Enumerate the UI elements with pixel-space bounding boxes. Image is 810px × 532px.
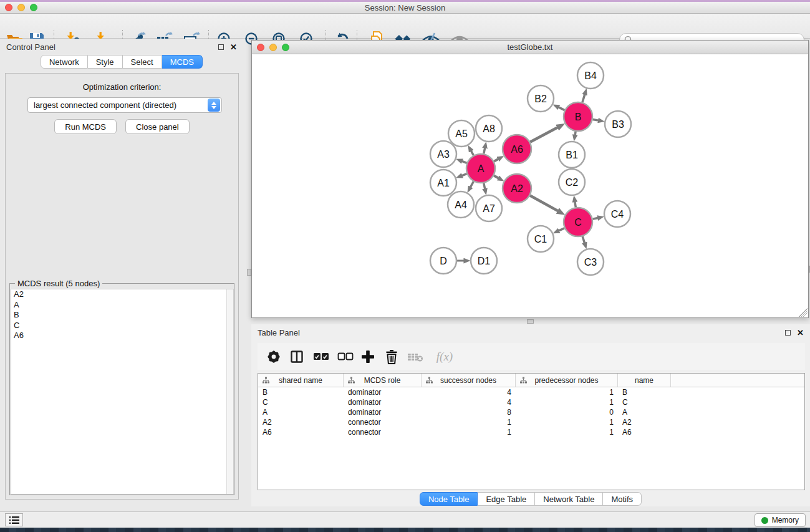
node-C4[interactable]: C4 [604,201,630,227]
network-canvas[interactable]: B4B2BB3B1C2A5A8A6A3AA1A2A4A7CC4C1C3DD1 [252,54,808,317]
edge-A-A1[interactable] [462,174,467,176]
node-C3[interactable]: C3 [577,249,604,275]
node-C[interactable]: C [564,208,592,236]
node-A1[interactable]: A1 [430,170,456,196]
minimize-view-button[interactable] [269,44,277,51]
table-tab-motifs[interactable]: Motifs [603,492,642,506]
node-A5[interactable]: A5 [448,120,475,147]
column-header-shared-name[interactable]: shared name [258,374,344,387]
table-row[interactable]: A2connector11A2 [258,417,804,427]
float-panel-icon[interactable] [218,44,224,50]
edge-A-A6[interactable] [494,159,498,162]
show-columns-button[interactable] [288,348,306,365]
node-A4[interactable]: A4 [448,191,474,218]
edge-A-A7[interactable] [484,183,485,189]
node-A6[interactable]: A6 [503,135,531,163]
table-cell[interactable]: A6 [618,427,671,437]
table-cell[interactable]: A2 [258,417,344,427]
node-A[interactable]: A [466,154,495,183]
table-cell[interactable]: dominator [344,397,422,407]
node-B3[interactable]: B3 [605,111,631,137]
column-header-successor-nodes[interactable]: successor nodes [422,374,516,387]
scrollbar-track[interactable] [226,289,233,494]
table-cell[interactable]: 1 [516,427,618,437]
delete-column-button[interactable] [407,348,424,365]
float-table-panel-icon[interactable] [785,330,791,336]
table-cell[interactable]: 1 [422,427,516,437]
table-cell[interactable]: A [258,407,344,417]
criterion-dropdown[interactable]: largest connected component (directed) [27,97,222,113]
node-B4[interactable]: B4 [577,62,604,89]
mcds-result-item[interactable]: A6 [11,331,233,341]
select-all-button[interactable] [312,348,330,365]
tab-style[interactable]: Style [88,55,123,69]
table-cell[interactable]: B [258,387,344,397]
close-window-button[interactable] [5,4,12,11]
deselect-all-button[interactable] [337,348,354,365]
table-cell[interactable]: 1 [422,417,516,427]
network-window-titlebar[interactable]: testGlobe.txt [252,41,808,54]
node-C1[interactable]: C1 [528,226,554,252]
edge-A-A8[interactable] [484,148,485,153]
column-header-predecessor-nodes[interactable]: predecessor nodes [516,374,618,387]
table-cell[interactable]: C [618,397,671,407]
edge-C-C2[interactable] [575,202,576,208]
edge-B-B2[interactable] [559,107,565,110]
node-C2[interactable]: C2 [559,169,585,195]
table-cell[interactable]: 1 [516,397,618,407]
mcds-result-item[interactable]: A2 [11,289,233,300]
column-header-MCDS-role[interactable]: MCDS role [344,374,422,387]
minimize-window-button[interactable] [17,4,25,11]
node-table[interactable]: shared nameMCDS rolesuccessor nodesprede… [258,373,805,490]
tab-mcds[interactable]: MCDS [162,55,203,69]
close-table-panel-icon[interactable]: ✕ [797,329,804,337]
vertical-split-handle[interactable] [247,269,251,276]
edge-A-A5[interactable] [471,151,473,155]
resize-grip-icon[interactable] [799,308,808,317]
edge-C-C4[interactable] [593,218,598,219]
edge-A-A3[interactable] [462,161,467,163]
node-A7[interactable]: A7 [476,195,502,221]
close-panel-icon[interactable]: ✕ [230,43,237,51]
add-row-button[interactable] [359,348,377,365]
tab-select[interactable]: Select [123,55,162,69]
table-row[interactable]: Adominator80A [258,407,804,417]
table-tab-node-table[interactable]: Node Table [420,492,478,506]
tab-network[interactable]: Network [41,55,88,69]
table-cell[interactable]: connector [344,427,422,437]
zoom-window-button[interactable] [30,4,37,11]
node-A3[interactable]: A3 [430,141,456,167]
mcds-result-list[interactable]: A2ABCA6 [11,289,234,495]
close-panel-button[interactable]: Close panel [125,119,190,134]
column-header-name[interactable]: name [618,374,671,387]
function-builder-button[interactable]: f(x) [432,348,457,365]
node-B1[interactable]: B1 [559,142,585,168]
table-cell[interactable]: connector [344,417,422,427]
table-tab-network-table[interactable]: Network Table [535,492,603,506]
table-cell[interactable]: C [258,397,344,407]
task-history-button[interactable] [5,513,23,526]
close-view-button[interactable] [257,44,264,51]
table-cell[interactable]: A2 [618,417,671,427]
table-row[interactable]: Bdominator41B [258,387,804,397]
run-mcds-button[interactable]: Run MCDS [54,119,117,134]
edge-C-C1[interactable] [559,228,564,231]
table-cell[interactable]: 1 [516,387,618,397]
table-row[interactable]: A6connector11A6 [258,427,804,437]
mcds-result-item[interactable]: A [11,300,233,311]
node-B[interactable]: B [564,102,592,131]
edge-C-C3[interactable] [582,236,584,243]
table-cell[interactable]: A [618,407,671,417]
horizontal-split-handle[interactable] [527,319,534,324]
table-cell[interactable]: dominator [344,387,422,397]
mcds-result-item[interactable]: C [11,321,233,331]
table-cell[interactable]: 8 [422,407,516,417]
node-A2[interactable]: A2 [503,174,531,203]
node-B2[interactable]: B2 [528,85,554,112]
table-cell[interactable]: B [618,387,671,397]
table-cell[interactable]: 4 [422,397,516,407]
node-A8[interactable]: A8 [476,115,502,142]
delete-row-button[interactable] [383,348,400,365]
table-cell[interactable]: 0 [516,407,618,417]
table-cell[interactable]: dominator [344,407,422,417]
